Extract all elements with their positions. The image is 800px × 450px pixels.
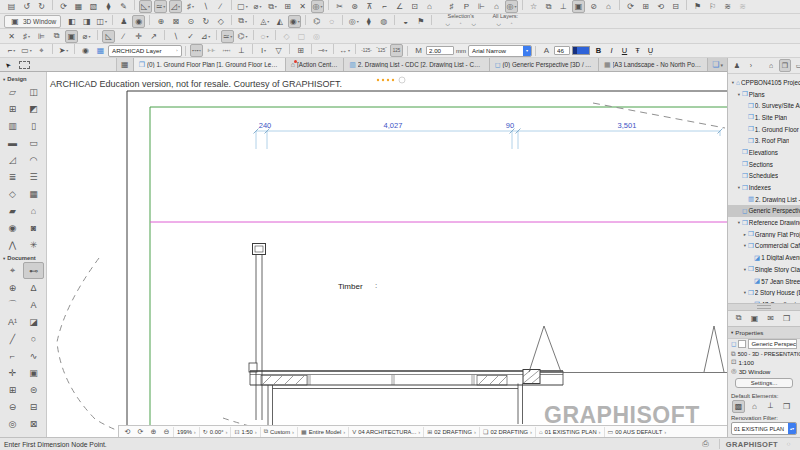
measure-icon[interactable]: ∠	[393, 0, 406, 13]
witness-width-button[interactable]: ↔▾	[338, 44, 351, 57]
folder-default-icon[interactable]: ❒	[780, 400, 793, 413]
layers-toggle-icon[interactable]: ◡	[493, 19, 504, 28]
snap-guides-icon[interactable]: ∕	[214, 0, 227, 13]
dim-pos-on-button[interactable]: ‾125‾	[375, 44, 388, 57]
projection-icon[interactable]: P	[460, 0, 473, 13]
italic-button[interactable]: I	[606, 45, 617, 56]
issue-icon[interactable]: ≋	[721, 0, 734, 13]
witness-line-button[interactable]: I▾	[257, 44, 270, 57]
layout-book-icon[interactable]: ▭	[793, 59, 800, 72]
project-map-icon[interactable]: ⌂	[765, 59, 777, 72]
spray-icon[interactable]: ◌	[325, 15, 338, 28]
turn-icon[interactable]: ↻	[199, 15, 212, 28]
capture-view-icon[interactable]: ⧉	[542, 0, 555, 13]
font-select[interactable]: Arial Narrow ▾	[468, 45, 532, 57]
spline-tool[interactable]: ∿	[23, 347, 44, 364]
tab-a3-landscape[interactable]: ▦[A3 Landscape - No North Point]	[599, 58, 708, 71]
scale-row[interactable]: ⊡ 1:100	[728, 358, 800, 367]
marker-type-button[interactable]: ▽	[272, 44, 285, 57]
properties-header[interactable]: ▾ Properties	[728, 326, 800, 339]
marquee-tool-icon[interactable]	[19, 61, 30, 69]
filter-elements-icon[interactable]: ⧉▾	[236, 15, 249, 28]
gravity-icon[interactable]: ◺	[102, 30, 115, 43]
clone-folder-icon[interactable]: ⧉	[732, 312, 745, 325]
tree-item[interactable]: ▾⌂CPPBON4105 Project 1	[728, 76, 800, 88]
layer-set[interactable]: ⊞02 DRAFTING›	[423, 427, 479, 437]
issue-manager-icon[interactable]: ≋	[736, 0, 749, 13]
tree-item[interactable]: ◪57 Jean Street, Sev	[728, 275, 800, 287]
settings-button[interactable]: Settings...	[735, 378, 793, 388]
text-size-input[interactable]	[554, 46, 570, 55]
sync-changes-icon[interactable]: ⟳	[57, 0, 70, 13]
shell-tool[interactable]: ◠	[23, 151, 44, 168]
user-icon[interactable]: ♟	[731, 59, 743, 72]
angle-dimension-tool[interactable]: Δ	[23, 279, 44, 296]
interior-elevation-tool[interactable]: ⊟	[23, 398, 44, 415]
arrow-cursor-icon[interactable]: ➤▾	[57, 44, 70, 57]
railing-tool[interactable]: ☰	[23, 168, 44, 185]
tree-item[interactable]: ❒3. Roof Plan	[728, 135, 800, 147]
roof-default-icon[interactable]: ⌂	[748, 400, 761, 413]
render-icon[interactable]: ⧫	[362, 15, 375, 28]
dim-arrow-button[interactable]: ↦↤	[220, 44, 233, 57]
dimension-chain[interactable]: 240 4,027 90 3,501	[254, 121, 723, 149]
layers-dot-icon[interactable]: ◦	[506, 19, 517, 28]
dim-linear-button[interactable]: ⊷⊷	[190, 44, 203, 57]
autogroup-icon[interactable]: ⧉▾	[266, 0, 279, 13]
drawing-tool[interactable]: ⊞	[2, 381, 23, 398]
extras-tool[interactable]: ✳	[23, 236, 44, 253]
beam-tool[interactable]: ▬	[2, 134, 23, 151]
tab-action-center[interactable]: ⌂[Action Center]	[286, 58, 344, 71]
dim-pos-angle-button[interactable]: 125	[390, 44, 403, 57]
line-tool[interactable]: ╱	[2, 330, 23, 347]
tree-item[interactable]: ▾❒Single Story Class 1 a	[728, 263, 800, 275]
import-icon[interactable]: ⊥	[557, 0, 570, 13]
pen-set[interactable]: V04 ARCHITECTURA...›	[348, 427, 423, 437]
save-view-icon[interactable]: ▣	[748, 312, 761, 325]
tree-item[interactable]: ❒1. Site Plan	[728, 112, 800, 124]
tab-ground-floor-plan[interactable]: ❒(0) 1. Ground Floor Plan [1. Ground Flo…	[134, 58, 286, 71]
node-icon[interactable]: ✛	[132, 30, 145, 43]
view-settings-icon[interactable]: ◎▾	[505, 0, 518, 13]
label-tool[interactable]: A¹	[2, 313, 23, 330]
tab-overview-button[interactable]: ▦	[117, 58, 134, 71]
teamwork-icon[interactable]: ▦	[72, 0, 85, 13]
drawing-canvas[interactable]: ARCHICAD Education version, not for resa…	[47, 72, 727, 437]
syringe-icon[interactable]: ✎	[117, 0, 130, 13]
toolbox-document-header[interactable]: ▾ Document	[0, 253, 46, 262]
window-tool[interactable]: ⊞	[2, 100, 23, 117]
send-receive-icon[interactable]: ▧	[87, 0, 100, 13]
layer-select[interactable]: ARCHICAD Layer ›	[108, 45, 182, 57]
selection-store-icon[interactable]: ◦	[455, 19, 466, 28]
slant-icon[interactable]: ∖	[169, 30, 182, 43]
ghost-target-icon[interactable]: ◎	[310, 30, 323, 43]
tool-default-icon[interactable]: ⌐▾	[5, 44, 18, 57]
redo-icon[interactable]: ↻	[35, 0, 48, 13]
favorites[interactable]: ❏02 DRAFTING›	[479, 427, 535, 437]
cut-icon[interactable]: ✂	[333, 0, 346, 13]
close-icon[interactable]: ✕	[296, 0, 309, 13]
paint-icon[interactable]: ⌬	[310, 15, 323, 28]
fly-icon[interactable]: ◇	[214, 15, 227, 28]
pen-sets-icon[interactable]: ◬▾	[258, 15, 271, 28]
corner-window-tool[interactable]: ◩	[23, 100, 44, 117]
update-drawings-icon[interactable]: ⟲	[654, 0, 667, 13]
text-tool[interactable]: A	[23, 296, 44, 313]
axonometry-icon[interactable]: ◫▾	[95, 15, 108, 28]
tree-item[interactable]: ❒Sections	[728, 158, 800, 170]
mail-icon[interactable]: ✉	[764, 312, 777, 325]
tree-item[interactable]: ▾❒Plans	[728, 88, 800, 100]
save-icon[interactable]: ▤	[5, 0, 18, 13]
element-snap-icon[interactable]: ▣	[65, 30, 78, 43]
refresh-icon[interactable]: ⟳	[624, 0, 637, 13]
tree-item[interactable]: ▥2. Drawing List - CDC	[728, 193, 800, 205]
tree-item[interactable]: ▾❒Indexes	[728, 182, 800, 194]
angle-icon[interactable]: ⊿▾	[199, 30, 212, 43]
home-icon[interactable]: ⌂	[423, 0, 436, 13]
lamp-tool[interactable]: ◉	[2, 219, 23, 236]
eye-icon[interactable]: ◉	[79, 44, 92, 57]
find-select-icon[interactable]: ⊛	[348, 0, 361, 13]
eyedropper-icon[interactable]: ⧫	[102, 0, 115, 13]
comment-icon[interactable]: ◒	[399, 15, 412, 28]
ghost-view-icon[interactable]: ◇	[280, 30, 293, 43]
